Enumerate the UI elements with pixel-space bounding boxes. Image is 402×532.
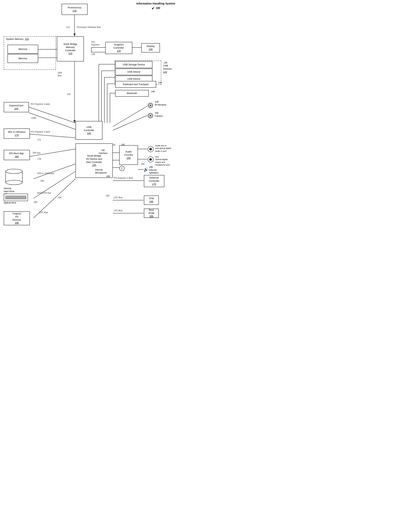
ethernet-box: Ethernet Controller 170 — [144, 175, 164, 187]
svg-line-34 — [29, 113, 76, 129]
svg-text:USB: USB — [31, 117, 36, 119]
svg-text:LPC Bus: LPC Bus — [39, 211, 48, 214]
svg-line-42 — [33, 164, 76, 179]
north-bridge-num: 115 — [68, 52, 72, 55]
svg-point-73 — [150, 115, 151, 116]
svg-line-31 — [113, 115, 147, 130]
expresscard-box: ExpressCard 155 — [4, 102, 29, 112]
bluetooth-box: Bluetooth — [115, 90, 149, 97]
audio-in-icon — [148, 146, 154, 152]
graphics-label: Graphics Controller — [114, 43, 124, 50]
display-label: Display — [147, 45, 155, 48]
memory2-box: Memory — [7, 54, 38, 63]
svg-line-45 — [33, 171, 76, 198]
hard-drive-icon — [4, 168, 24, 186]
title-area: Information Handling System ↙ 100 — [136, 2, 175, 10]
processor-num: 110 — [72, 9, 77, 13]
audio-label: Audio Circuitry — [124, 150, 133, 157]
system-title: Information Handling System — [136, 2, 175, 5]
legacy-io-label: "Legacy" I/O Devices — [12, 212, 21, 222]
usb-controller-box: USB Controller 140 — [76, 121, 103, 140]
title-num: 100 — [156, 6, 160, 9]
svg-text:ATA or UATA bus: ATA or UATA bus — [37, 172, 54, 175]
ir-receiver-label: 148 IR Receiver — [155, 101, 166, 106]
bluetooth-label: Bluetooth — [127, 92, 137, 95]
legacy-io-box: "Legacy" I/O Devices 198 — [4, 211, 30, 225]
efi-label: EFI-Boot Mgr. — [9, 152, 24, 155]
processor-box: Processor(s) 110 — [61, 4, 88, 15]
graphics-box: Graphics Controller 125 — [105, 42, 132, 54]
expresscard-num: 155 — [14, 107, 19, 110]
ethernet-num: 170 — [152, 183, 156, 186]
camera-label: 150 Camera — [155, 112, 163, 118]
svg-text:Processor Interface Bus: Processor Interface Bus — [77, 26, 101, 28]
svg-text:PCI: PCI — [91, 41, 95, 43]
south-bridge-box: South Bridge I/O Device and Disk Control… — [76, 143, 113, 178]
optical-drive-icon — [4, 194, 28, 201]
expresscard-label: ExpressCard — [9, 104, 23, 107]
keyboard-box: Keyboard and Trackpad — [115, 81, 156, 88]
audio-num: 160 — [127, 157, 131, 160]
svg-text:188: 188 — [58, 196, 61, 199]
boot-rom-num: 196 — [149, 215, 153, 218]
memory2-label: Memory — [19, 57, 27, 60]
memory1-box: Memory — [7, 45, 38, 54]
wifi-box: 802.11 Wireless 175 — [4, 128, 30, 139]
svg-line-30 — [113, 106, 147, 127]
svg-point-75 — [6, 169, 22, 174]
svg-text:LPC Bus: LPC Bus — [114, 209, 123, 212]
legacy-io-num: 198 — [15, 222, 19, 225]
audio-box: Audio Circuitry 160 — [119, 145, 138, 165]
mic-label: Internal Microphone — [95, 169, 107, 174]
keyboard-label: Keyboard and Trackpad — [123, 83, 149, 86]
usb-storage-label: USB Storage Device — [123, 63, 145, 66]
north-bridge-label: North Bridge Memory Controller — [64, 43, 77, 52]
boot-rom-label: Boot ROM — [146, 209, 157, 215]
processor-label: Processor(s) — [68, 6, 81, 9]
svg-text:DMI: DMI — [58, 71, 62, 74]
usb-controller-label: USB Controller — [84, 126, 94, 132]
svg-text:Express: Express — [91, 43, 99, 46]
svg-text:PCI Express 1-lane: PCI Express 1-lane — [31, 103, 50, 105]
keyboard-num-label: 144 — [158, 81, 162, 84]
boot-rom-box: Boot ROM 196 — [144, 209, 159, 218]
svg-text:Bus: Bus — [58, 74, 62, 77]
svg-text:164: 164 — [141, 163, 144, 165]
svg-marker-1 — [73, 33, 76, 36]
ethernet-label: Ethernet Controller — [149, 176, 159, 183]
svg-line-39 — [30, 149, 76, 156]
svg-text:PCI Express 1-lane: PCI Express 1-lane — [114, 177, 133, 179]
efi-num: 180 — [15, 155, 19, 158]
display-num: 130 — [149, 48, 153, 51]
wifi-label: 802.11 Wireless — [8, 131, 25, 134]
svg-text:112: 112 — [66, 26, 70, 28]
south-bridge-label: South Bridge I/O Device and Disk Control… — [86, 154, 102, 164]
svg-point-76 — [6, 180, 22, 185]
svg-line-32 — [29, 107, 76, 123]
audio-in-num: 162 — [121, 143, 125, 146]
bluetooth-num-label: 146 — [151, 90, 155, 93]
svg-text:119: 119 — [67, 93, 71, 95]
south-bridge-num: 135 — [92, 164, 96, 167]
svg-text:SPI bus: SPI bus — [32, 152, 40, 154]
usb-device2-label: USB Device — [127, 77, 140, 81]
title-arrow-icon: ↙ — [151, 6, 155, 10]
north-bridge-box: North Bridge Memory Controller 115 — [57, 36, 84, 61]
memory1-label: Memory — [19, 48, 27, 51]
audio-in-label: Audio line-in and optical digital audio … — [155, 144, 171, 152]
tpm-box: TPM 195 — [144, 196, 159, 205]
svg-text:118: 118 — [91, 53, 95, 56]
usb-devices-group-label: USB Devices 142 — [163, 64, 172, 74]
svg-point-71 — [150, 105, 151, 106]
svg-text:LPC Bus: LPC Bus — [114, 196, 123, 199]
tpm-num: 195 — [149, 200, 153, 203]
usb-device1-label: USB Device — [127, 70, 140, 74]
display-box: Display 130 — [141, 43, 160, 52]
svg-text:184: 184 — [40, 179, 44, 182]
svg-text:190: 190 — [33, 201, 37, 203]
svg-text:192: 192 — [106, 194, 109, 197]
wifi-num: 175 — [15, 134, 19, 137]
audio-out-label: 164 Optical digital output and headphone… — [155, 155, 170, 166]
mic-num: 168 — [106, 175, 110, 178]
audio-out-icon — [148, 156, 154, 162]
